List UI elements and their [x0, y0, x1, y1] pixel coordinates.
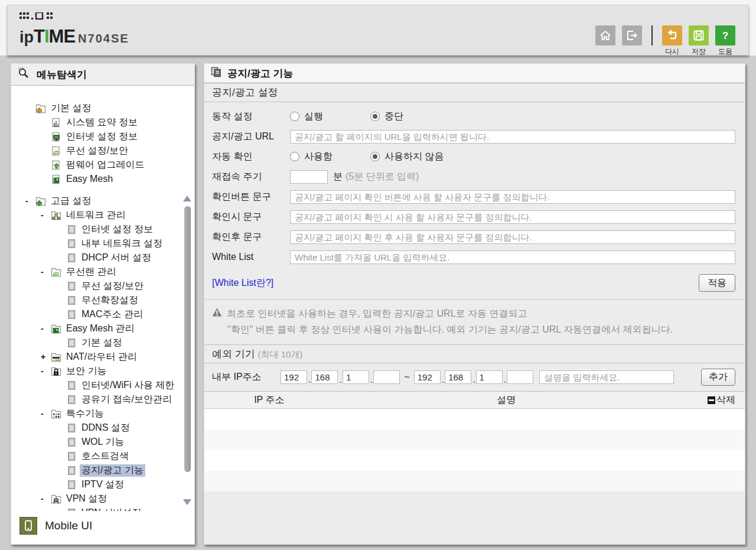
scrollbar-down-arrow[interactable] — [183, 499, 191, 505]
expand-marker[interactable]: + — [41, 352, 51, 362]
sidebar-item[interactable]: WOL 기능 — [11, 435, 194, 449]
reconnect-interval-label: 재접속 주기 — [212, 171, 290, 183]
sidebar-item[interactable]: 내부 네트워크 설정 — [11, 236, 194, 250]
collapse-marker[interactable]: - — [41, 324, 51, 333]
confirm-button-text-label: 확인버튼 문구 — [212, 191, 290, 203]
sidebar-item[interactable]: 무선확장설정 — [11, 293, 194, 307]
sidebar-item[interactable]: DDNS 설정 — [11, 421, 194, 435]
sidebar-item-label: VPN 서버설정 — [80, 507, 143, 512]
home-button[interactable] — [594, 25, 617, 55]
action-radio-checked[interactable] — [370, 112, 380, 121]
sidebar-item[interactable]: -보안 기능 — [11, 364, 194, 378]
sidebar-item[interactable]: 기본 설정 — [11, 336, 194, 350]
sidebar-item[interactable]: 호스트검색 — [11, 449, 194, 463]
device-description-input[interactable] — [539, 370, 674, 384]
collapse-marker[interactable]: - — [41, 210, 51, 220]
sidebar-item[interactable]: -네트워크 관리 — [11, 208, 194, 222]
action-radio-option[interactable]: 실행 — [290, 110, 370, 123]
ip-end-octet-4[interactable] — [507, 370, 533, 384]
search-page-icon — [18, 67, 29, 82]
ip-end-octet-2[interactable] — [445, 370, 471, 384]
whitelist-info-link[interactable]: [White List란?] — [212, 277, 273, 289]
octet-separator: . — [308, 375, 311, 385]
logo-time: TIME — [34, 26, 75, 47]
ip-start-octet-4[interactable] — [373, 370, 400, 384]
vpn-icon — [51, 494, 63, 504]
leaf-icon — [66, 239, 78, 249]
reset-button[interactable]: 다시 — [661, 25, 683, 55]
confirm-button-text-row: 확인버튼 문구 — [212, 187, 735, 207]
top-action-icons: 다시 저장 ? 도움 — [594, 25, 737, 55]
sidebar-item[interactable]: +NAT/라우터 관리 — [11, 350, 194, 364]
reconnect-interval-input[interactable] — [290, 170, 328, 184]
sidebar-item[interactable]: 인터넷 설정 정보 — [11, 129, 194, 144]
sidebar-scrollbar — [183, 196, 191, 505]
collapse-marker[interactable]: - — [25, 196, 35, 206]
sidebar-item[interactable]: 인터넷/WiFi 사용 제한 — [11, 378, 194, 392]
ip-start-octet-3[interactable] — [343, 370, 369, 384]
apply-button[interactable]: 적용 — [699, 274, 735, 292]
sidebar-item[interactable]: DHCP 서버 설정 — [11, 250, 194, 265]
sidebar-item[interactable]: 공유기 접속/보안관리 — [11, 392, 194, 406]
octet-separator: . — [504, 375, 506, 385]
action-radio-option[interactable]: 중단 — [370, 110, 451, 123]
sidebar-item[interactable]: 무선 설정/보안 — [11, 144, 194, 158]
scrollbar-thumb[interactable] — [184, 206, 191, 472]
ip-start-octet-2[interactable] — [311, 370, 338, 384]
sidebar-item[interactable]: IPTV 설정 — [11, 477, 194, 492]
sidebar-item-label: MAC주소 관리 — [80, 308, 145, 321]
notice-url-input[interactable] — [290, 130, 735, 144]
confirm-button-text-input[interactable] — [290, 190, 735, 204]
ip-end-octet-1[interactable] — [414, 370, 441, 384]
help-label: 도움 — [718, 47, 732, 55]
white-list-input[interactable] — [290, 250, 735, 264]
sidebar-item-label: 특수기능 — [64, 408, 106, 420]
column-header-delete[interactable]: 삭제 — [679, 394, 745, 406]
on-confirm-text-input[interactable] — [290, 210, 735, 224]
collapse-marker[interactable]: - — [41, 409, 51, 418]
logout-button[interactable] — [621, 25, 643, 55]
collapse-marker[interactable]: - — [41, 494, 51, 503]
sidebar-item[interactable]: 무선 설정/보안 — [11, 279, 194, 293]
sidebar-item-label: 기본 설정 — [80, 337, 123, 349]
add-button[interactable]: 추가 — [701, 369, 735, 386]
column-header-description: 설명 — [334, 394, 679, 406]
sidebar-item[interactable]: -특수기능 — [11, 406, 194, 421]
save-button[interactable]: 저장 — [687, 25, 710, 55]
leaf-icon — [66, 310, 78, 320]
leaf-icon — [66, 395, 78, 405]
page-title: 공지/광고 기능 — [227, 67, 293, 80]
collapse-marker[interactable]: - — [41, 267, 51, 276]
sidebar-item-label: 보안 기능 — [64, 365, 108, 377]
autocheck-radio-unchecked[interactable] — [290, 152, 299, 161]
sidebar-item[interactable]: Easy Mesh — [11, 172, 194, 186]
ip-end-octet-3[interactable] — [476, 370, 503, 384]
sidebar-item[interactable]: -고급 설정 — [11, 194, 194, 208]
sidebar-item[interactable]: -VPN 설정 — [11, 492, 194, 506]
logo-model: N704SE — [78, 32, 129, 45]
sidebar-item-mobile-ui[interactable]: Mobile UI — [11, 511, 194, 544]
help-button[interactable]: ? 도움 — [714, 25, 737, 55]
leaf-icon — [66, 253, 78, 263]
ip-start-octet-1[interactable] — [281, 370, 307, 384]
after-confirm-text-input[interactable] — [290, 230, 735, 244]
mobile-ui-label: Mobile UI — [45, 519, 92, 532]
autocheck-radio-option[interactable]: 사용함 — [290, 151, 370, 163]
collapse-marker[interactable]: - — [41, 366, 51, 376]
sidebar-item[interactable]: -무선랜 관리 — [11, 265, 194, 279]
sidebar-item[interactable]: VPN 서버설정 — [11, 506, 194, 511]
scrollbar-up-arrow[interactable] — [183, 196, 191, 201]
sidebar-item[interactable]: MAC주소 관리 — [11, 307, 194, 321]
sidebar-item[interactable]: 공지/광고 기능 — [11, 463, 194, 477]
action-radio-unchecked[interactable] — [290, 112, 299, 121]
sidebar-item[interactable]: -Easy Mesh 관리 — [11, 321, 194, 336]
sidebar-item[interactable]: 펌웨어 업그레이드 — [11, 158, 194, 172]
sidebar-item[interactable]: 기본 설정 — [11, 101, 194, 115]
sidebar-item[interactable]: 인터넷 설정 정보 — [11, 222, 194, 236]
notice-url-row: 공지/광고 URL — [212, 126, 735, 147]
autocheck-radio-checked[interactable] — [370, 152, 380, 161]
help-icon: ? — [715, 25, 735, 45]
sidebar-item[interactable]: 시스템 요약 정보 — [11, 115, 194, 129]
autocheck-radio-option[interactable]: 사용하지 않음 — [370, 151, 451, 163]
warning-note: 최초로 인터넷을 사용하는 경우, 입력한 공지/광고 URL로 자동 연결되고… — [204, 300, 745, 344]
